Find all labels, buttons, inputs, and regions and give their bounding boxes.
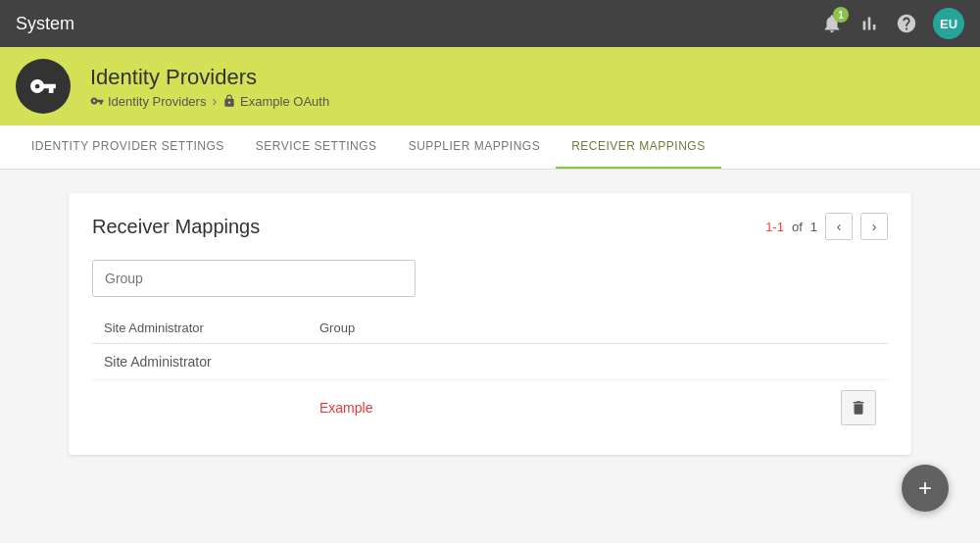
header-icon-circle [16,59,71,114]
col-header-role: Site Administrator [92,313,308,344]
app-title: System [16,14,74,34]
receiver-mappings-card: Receiver Mappings 1-1 of 1 ‹ › Site Admi… [69,193,911,455]
cell-action [504,344,888,380]
header-band: Identity Providers Identity Providers › … [0,47,980,125]
key-small-icon [90,94,104,108]
cell-empty [92,380,308,436]
lock-icon [222,94,236,108]
key-icon [29,73,57,100]
search-row [92,260,888,297]
notification-badge: 1 [833,7,849,23]
cell-group [308,344,504,380]
help-button[interactable] [896,13,917,34]
notifications-button[interactable]: 1 [821,13,843,34]
table-row: Site Administrator [92,344,888,380]
breadcrumb-current: Example OAuth [222,94,329,109]
pagination-of: of [792,220,803,234]
tab-identity-provider-settings[interactable]: IDENTITY PROVIDER SETTINGS [16,125,240,169]
tab-supplier-mappings[interactable]: SUPPLIER MAPPINGS [393,125,557,169]
breadcrumb: Identity Providers › Example OAuth [90,93,329,109]
card-title: Receiver Mappings [92,216,260,238]
mapping-table: Site Administrator Group Site Administra… [92,313,888,435]
search-input[interactable] [92,260,416,297]
page-title: Identity Providers [90,64,329,92]
breadcrumb-parent-label: Identity Providers [108,94,206,109]
topbar: System 1 EU [0,0,980,47]
tabs-bar: IDENTITY PROVIDER SETTINGS SERVICE SETTI… [0,125,980,170]
col-header-action [504,313,888,344]
pagination-prev-button[interactable]: ‹ [825,213,853,240]
pagination-range: 1-1 [765,220,784,234]
table-row-value: Example [92,380,888,436]
pagination: 1-1 of 1 ‹ › [765,213,888,240]
card-header: Receiver Mappings 1-1 of 1 ‹ › [92,213,888,240]
trash-icon [850,399,867,417]
main-content: Receiver Mappings 1-1 of 1 ‹ › Site Admi… [0,170,980,478]
pagination-total: 1 [810,220,817,234]
topbar-actions: 1 EU [821,8,964,39]
breadcrumb-parent-link[interactable]: Identity Providers [90,94,206,109]
breadcrumb-separator: › [212,93,217,109]
breadcrumb-current-label: Example OAuth [240,94,329,109]
tab-service-settings[interactable]: SERVICE SETTINGS [240,125,393,169]
delete-button[interactable] [841,390,876,425]
analytics-button[interactable] [858,13,880,34]
col-header-group: Group [308,313,504,344]
header-text: Identity Providers Identity Providers › … [90,64,329,110]
table-body: Site Administrator Example [92,344,888,436]
user-avatar[interactable]: EU [933,8,964,39]
table-header: Site Administrator Group [92,313,888,344]
pagination-next-button[interactable]: › [860,213,888,240]
cell-value: Example [308,380,504,436]
cell-role: Site Administrator [92,344,308,380]
cell-delete [504,380,888,436]
tab-receiver-mappings[interactable]: RECEIVER MAPPINGS [556,125,721,169]
